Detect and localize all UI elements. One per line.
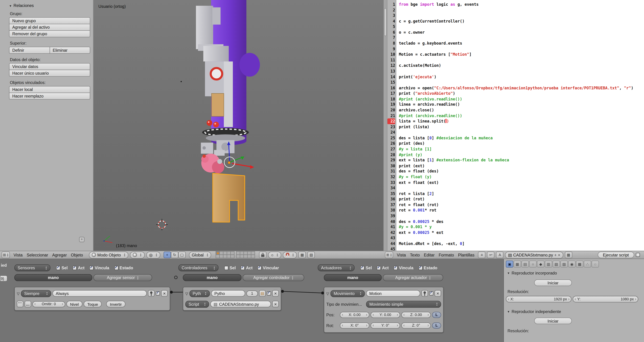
controllers-vincular-toggle[interactable]: Vincular xyxy=(258,266,279,270)
text-menu-texto[interactable]: Texto xyxy=(408,253,422,257)
hacer-unico-usuario-button[interactable]: Hacer único usuario xyxy=(9,70,90,76)
code-line[interactable]: o = c.owner xyxy=(399,29,644,35)
properties-tab-material[interactable]: ◉ xyxy=(568,261,576,268)
pivot-dropdown[interactable]: ◎ xyxy=(146,251,160,258)
code-line[interactable]: print (lista) xyxy=(399,124,644,130)
code-line[interactable] xyxy=(399,68,644,74)
actuator-name-field[interactable]: Motion xyxy=(366,290,420,297)
pulse-true-button[interactable] xyxy=(17,301,24,307)
definir-button[interactable]: Definir xyxy=(9,47,50,54)
controller-name-field[interactable]: Pytho xyxy=(211,290,245,297)
unlink-script-icon[interactable] xyxy=(272,301,279,307)
code-line[interactable]: ext = float (ext) xyxy=(399,180,644,185)
delete-sensor-icon[interactable] xyxy=(161,290,168,297)
text-editor-scrollbar[interactable] xyxy=(384,0,387,251)
decrement-arrow-icon[interactable]: ‹ xyxy=(508,297,509,301)
line-numbers-toggle-icon[interactable]: ≡ xyxy=(478,252,486,258)
code-line[interactable]: des = lista [0] #desviacion de la muñeca xyxy=(399,135,644,141)
layer-toggle-7[interactable] xyxy=(220,255,224,258)
properties-tab-texture[interactable]: ▩ xyxy=(576,261,584,268)
logic-editor[interactable]: ied 9) Sensores SelActVinculaEstado mano… xyxy=(0,259,504,342)
relations-panel-header[interactable]: Relaciones xyxy=(9,3,90,8)
code-line[interactable]: des = 0.00025 * des xyxy=(399,219,644,224)
start-embedded-player-button[interactable]: Iniciar xyxy=(534,280,572,286)
properties-tab-constraints[interactable]: ▥ xyxy=(545,261,552,268)
editor-type-selector[interactable]: ≣ xyxy=(385,252,393,258)
code-line[interactable]: ext = lista [1] #extension-flexion de la… xyxy=(399,157,644,163)
pin-icon[interactable] xyxy=(148,290,155,297)
run-script-button[interactable]: Ejecutar script xyxy=(598,252,634,258)
viewport-menu-vista[interactable]: Vista xyxy=(12,253,25,257)
code-line[interactable]: #print (y) xyxy=(399,152,644,157)
resolution-y-field[interactable]: ‹ Y: 1080 px › xyxy=(573,296,638,303)
code-line[interactable]: rot = 0.001* rot xyxy=(399,208,644,213)
add-sensor-dropdown[interactable]: Agregar sensor xyxy=(94,274,152,281)
sensors-vincula-toggle[interactable]: Vincula xyxy=(90,266,109,270)
skip-frequency-field[interactable]: ‹ Omitir:0 › xyxy=(32,301,65,307)
text-datablock-field[interactable]: ▤ CADENAStxtmano.py + × xyxy=(505,251,563,258)
sensors-act-toggle[interactable]: Act xyxy=(72,266,84,270)
code-line[interactable] xyxy=(399,13,644,18)
layer-toggle-8[interactable] xyxy=(223,255,227,258)
code-line[interactable] xyxy=(399,57,644,63)
collapse-triangle-icon[interactable] xyxy=(185,291,188,296)
text-menu-editar[interactable]: Editar xyxy=(422,253,436,257)
code-line[interactable]: print (ext) xyxy=(399,163,644,168)
code-line[interactable]: print (rot) xyxy=(399,196,644,202)
code-line[interactable]: archivo.close() xyxy=(399,107,644,113)
motion-type-dropdown[interactable]: Movimiento simple xyxy=(366,301,441,308)
vincular-datos-button[interactable]: Vincular datos xyxy=(9,63,90,70)
pos-x-field[interactable]: ‹X:0.00› xyxy=(340,312,370,318)
properties-tab-render-layers[interactable]: ▦ xyxy=(514,261,521,268)
controller-type-dropdown[interactable]: Pyth xyxy=(190,290,210,297)
code-line[interactable]: print (des) xyxy=(399,141,644,146)
invert-button[interactable]: Invertir xyxy=(106,301,126,307)
code-line[interactable]: #print (archivo.readline()) xyxy=(399,113,644,118)
controller-state-field[interactable]: 1 xyxy=(246,290,258,296)
properties-tab-physics[interactable]: ◌ xyxy=(592,261,599,268)
controller-object-name[interactable]: mano xyxy=(183,274,242,281)
translate-manipulator-icon[interactable]: + xyxy=(164,252,171,258)
pos-local-toggle[interactable]: L xyxy=(432,312,441,318)
actuator-object-name[interactable]: mano xyxy=(324,274,382,281)
pos-y-field[interactable]: ‹Y:0.00› xyxy=(370,312,400,318)
collapse-triangle-icon[interactable] xyxy=(326,291,329,296)
script-datablock-field[interactable]: ▤ CADENAStxtmano.py xyxy=(210,301,271,307)
remover-del-grupo-button[interactable]: Remover del grupo xyxy=(9,30,90,37)
mode-dropdown[interactable]: Modo Objeto xyxy=(89,251,128,258)
text-toolbar-icon[interactable]: ▦ xyxy=(565,252,572,258)
actuators-vincula-toggle[interactable]: Vincula xyxy=(394,266,413,270)
script-mode-dropdown[interactable]: Script xyxy=(185,301,209,308)
layer-toggle-17[interactable] xyxy=(240,255,244,258)
actuators-act-toggle[interactable]: Act xyxy=(377,266,389,270)
layer-toggle-18[interactable] xyxy=(244,255,248,258)
add-actuator-dropdown[interactable]: Agregar actuador xyxy=(383,274,443,281)
rot-z-field[interactable]: ‹Z:0°› xyxy=(401,322,431,328)
increment-arrow-icon[interactable]: › xyxy=(62,302,63,306)
code-line[interactable]: #y = lista [1] xyxy=(399,146,644,152)
pin-icon[interactable] xyxy=(422,290,428,297)
delete-controller-icon[interactable] xyxy=(272,290,279,297)
properties-tab-world[interactable]: ○ xyxy=(529,261,537,268)
lock-icon[interactable] xyxy=(259,252,267,258)
layer-toggle-19[interactable] xyxy=(247,255,251,258)
delete-actuator-icon[interactable] xyxy=(434,290,441,297)
rotate-manipulator-icon[interactable]: ↻ xyxy=(171,252,178,258)
rot-y-field[interactable]: ‹Y:0°› xyxy=(370,322,400,328)
code-line[interactable]: teclado = g.keyboard.events xyxy=(399,41,644,46)
hacer-reemplazo-button[interactable]: Hacer reemplazo xyxy=(9,93,90,100)
controller-active-checkbox[interactable] xyxy=(267,291,271,296)
snap-dropdown[interactable] xyxy=(283,251,297,258)
rot-local-toggle[interactable]: L xyxy=(432,322,441,328)
resolution-x-field[interactable]: ‹ X: 1920 px › xyxy=(506,296,572,303)
code-line[interactable] xyxy=(399,235,644,241)
controllers-filter-dropdown[interactable]: Controladores xyxy=(178,264,218,271)
unl ink-text-icon[interactable]: × xyxy=(558,253,560,257)
properties-tab-particles[interactable]: ∴ xyxy=(584,261,591,268)
eliminar-button[interactable]: Eliminar xyxy=(50,47,90,54)
code-line[interactable]: from bge import logic as g, events xyxy=(399,1,644,7)
code-line[interactable]: #y = 0.001 * y xyxy=(399,224,644,230)
word-wrap-toggle-icon[interactable]: ↩ xyxy=(487,252,494,258)
code-line[interactable] xyxy=(399,24,644,29)
code-line[interactable] xyxy=(399,213,644,219)
